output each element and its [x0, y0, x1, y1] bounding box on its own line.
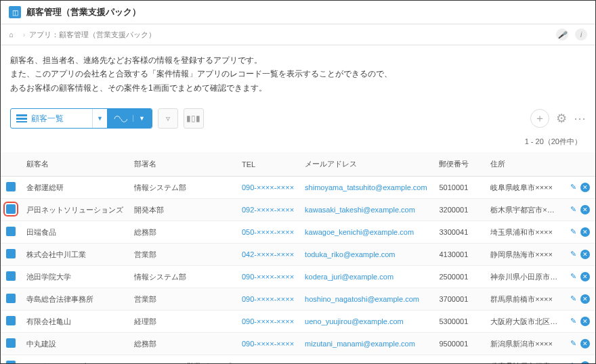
table-row[interactable]: 金都運総研情報システム部090-××××-××××shimoyama_tatsu…: [1, 177, 595, 199]
cell-address: 兵庫県神戸市須磨…: [485, 355, 563, 364]
graph-dropdown-icon: ▼: [133, 115, 145, 122]
cell-postal: 5010001: [433, 177, 485, 199]
edit-icon[interactable]: ✎: [570, 272, 576, 280]
record-icon[interactable]: [6, 182, 16, 191]
view-selector: 顧客一覧 ▼ ◠◡ ▼: [10, 108, 152, 129]
app-description: 顧客名、担当者名、連絡先などお客様の情報を登録するアプリです。 また、このアプリ…: [1, 45, 595, 103]
col-dept[interactable]: 部署名: [129, 152, 236, 177]
cell-dept: 情報システム部: [129, 266, 236, 288]
cell-postal: 6540001: [433, 355, 485, 364]
record-icon[interactable]: [6, 249, 16, 258]
cell-postal: 3200001: [433, 199, 485, 221]
chart-button[interactable]: ▮▯▮: [184, 108, 204, 129]
plus-icon: ＋: [534, 112, 545, 126]
edit-icon[interactable]: ✎: [570, 183, 576, 191]
delete-icon[interactable]: ✕: [580, 205, 590, 214]
description-line: また、このアプリの会社名と合致する「案件情報」アプリのレコード一覧を表示すること…: [10, 67, 586, 81]
description-line: 顧客名、担当者名、連絡先などお客様の情報を登録するアプリです。: [10, 53, 586, 67]
delete-icon[interactable]: ✕: [580, 272, 590, 281]
more-button[interactable]: ⋯: [574, 111, 586, 126]
view-graph-button[interactable]: ◠◡ ▼: [107, 109, 152, 128]
delete-icon[interactable]: ✕: [580, 250, 590, 259]
breadcrumb-app[interactable]: アプリ：顧客管理（営業支援パック）: [29, 30, 156, 40]
cell-address: 新潟県新潟市××××: [485, 333, 563, 355]
delete-icon[interactable]: ✕: [580, 183, 590, 192]
description-line: あるお客様の顧客情報と、その案件を1画面でまとめて確認できます。: [10, 81, 586, 95]
cell-email[interactable]: maehara_yuu@example.com: [299, 355, 433, 364]
cell-email[interactable]: shimoyama_tatsuhito@example.com: [299, 177, 433, 199]
cell-email[interactable]: ueno_yuujirou@example.com: [299, 311, 433, 333]
col-postal[interactable]: 郵便番号: [433, 152, 485, 177]
cell-tel[interactable]: 090-××××-××××: [236, 311, 299, 333]
cell-email[interactable]: toduka_riko@example.com: [299, 244, 433, 266]
view-name: 顧客一覧: [31, 113, 64, 124]
record-icon[interactable]: [6, 338, 16, 348]
info-icon[interactable]: i: [575, 28, 587, 41]
col-email[interactable]: メールアドレス: [299, 152, 433, 177]
settings-button[interactable]: ⚙: [556, 111, 567, 126]
edit-icon[interactable]: ✎: [570, 294, 576, 302]
home-icon[interactable]: ⌂: [9, 30, 14, 39]
edit-icon[interactable]: ✎: [570, 361, 576, 364]
delete-icon[interactable]: ✕: [580, 339, 590, 348]
cell-tel[interactable]: 090-××××-××××: [236, 355, 299, 364]
table-row[interactable]: 寺島総合法律事務所営業部090-××××-××××hoshino_nagatos…: [1, 288, 595, 311]
breadcrumb-separator: ›: [23, 30, 26, 39]
edit-icon[interactable]: ✎: [570, 227, 576, 235]
list-icon: [16, 114, 27, 122]
cell-email[interactable]: hoshino_nagatoshi@example.com: [299, 288, 433, 311]
delete-icon[interactable]: ✕: [580, 294, 590, 304]
record-icon[interactable]: [6, 294, 16, 303]
cell-customer: 田端食品: [21, 221, 129, 244]
delete-icon[interactable]: ✕: [580, 317, 590, 326]
cell-address: 群馬県前橋市××××: [485, 288, 563, 311]
cell-address: 静岡県熱海市××××: [485, 244, 563, 266]
cell-email[interactable]: kawagoe_kenichi@example.com: [299, 221, 433, 244]
record-icon[interactable]: [6, 227, 16, 236]
col-tel[interactable]: TEL: [236, 152, 299, 177]
cell-postal: 4130001: [433, 244, 485, 266]
filter-button[interactable]: ▿: [158, 108, 178, 129]
table-row[interactable]: 有限会社亀山経理部090-××××-××××ueno_yuujirou@exam…: [1, 311, 595, 333]
delete-icon[interactable]: ✕: [580, 361, 590, 364]
view-dropdown[interactable]: ▼: [92, 109, 107, 128]
cell-tel[interactable]: 090-××××-××××: [236, 333, 299, 355]
cell-customer: 金都運総研: [21, 177, 129, 199]
cell-tel[interactable]: 092-××××-××××: [236, 199, 299, 221]
col-address[interactable]: 住所: [485, 152, 563, 177]
table-row[interactable]: 株式会社中川工業営業部042-××××-××××toduka_riko@exam…: [1, 244, 595, 266]
edit-icon[interactable]: ✎: [570, 339, 576, 347]
cell-tel[interactable]: 050-××××-××××: [236, 221, 299, 244]
cell-customer: 有限会社亀山: [21, 311, 129, 333]
cell-dept: 営業部: [129, 244, 236, 266]
record-icon[interactable]: [6, 204, 16, 214]
col-customer[interactable]: 顧客名: [21, 152, 129, 177]
table-row[interactable]: 池田学院大学情報システム部090-××××-××××kodera_juri@ex…: [1, 266, 595, 288]
cell-email[interactable]: kodera_juri@example.com: [299, 266, 433, 288]
cell-tel[interactable]: 042-××××-××××: [236, 244, 299, 266]
mic-icon[interactable]: 🎤: [556, 28, 568, 41]
table-row[interactable]: 田端食品総務部050-××××-××××kawagoe_kenichi@exam…: [1, 221, 595, 244]
record-icon[interactable]: [6, 271, 16, 281]
record-icon[interactable]: [6, 361, 16, 364]
pagination-text: 1 - 20（20件中）: [525, 137, 582, 145]
view-list-button[interactable]: 顧客一覧: [11, 109, 92, 128]
edit-icon[interactable]: ✎: [570, 250, 576, 258]
edit-icon[interactable]: ✎: [570, 205, 576, 213]
delete-icon[interactable]: ✕: [580, 227, 590, 237]
cell-email[interactable]: mizutani_manami@example.com: [299, 333, 433, 355]
record-icon[interactable]: [6, 316, 16, 325]
cell-email[interactable]: kawasaki_takeshi@example.com: [299, 199, 433, 221]
cell-tel[interactable]: 090-××××-××××: [236, 177, 299, 199]
table-row[interactable]: 中丸建設総務部090-××××-××××mizutani_manami@exam…: [1, 333, 595, 355]
table-row[interactable]: 戸田ネットソリューションズ開発本部092-××××-××××kawasaki_t…: [1, 199, 595, 221]
edit-icon[interactable]: ✎: [570, 317, 576, 325]
breadcrumb: ⌂ › アプリ：顧客管理（営業支援パック） 🎤 i: [1, 24, 595, 45]
cell-tel[interactable]: 090-××××-××××: [236, 266, 299, 288]
table-row[interactable]: ミヤタシステムズソリューション営業グループ090-××××-××××maehar…: [1, 355, 595, 364]
app-header: ◫ 顧客管理（営業支援パック）: [1, 1, 595, 24]
cell-tel[interactable]: 090-××××-××××: [236, 288, 299, 311]
cell-address: 埼玉県浦和市××××: [485, 221, 563, 244]
app-title: 顧客管理（営業支援パック）: [26, 6, 141, 18]
add-record-button[interactable]: ＋: [530, 109, 549, 128]
